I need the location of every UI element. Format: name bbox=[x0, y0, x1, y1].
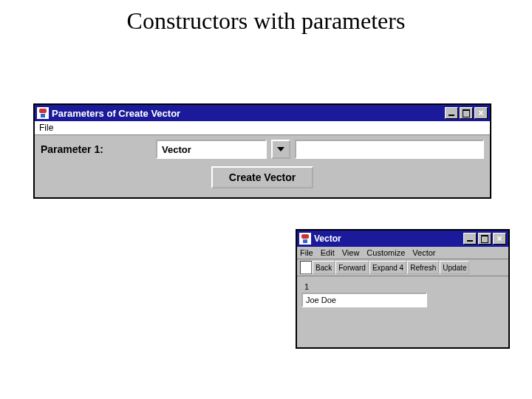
extra-input[interactable] bbox=[295, 140, 484, 159]
window-controls: × bbox=[463, 233, 506, 245]
java-app-icon bbox=[299, 233, 311, 245]
create-vector-button[interactable]: Create Vector bbox=[211, 166, 313, 188]
window-title: Parameters of Create Vector bbox=[52, 108, 180, 119]
minimize-button[interactable] bbox=[445, 107, 458, 119]
entry-input[interactable] bbox=[301, 293, 427, 307]
toolbar-icon-slot bbox=[300, 261, 312, 274]
minimize-button[interactable] bbox=[463, 233, 477, 245]
back-button[interactable]: Back bbox=[313, 261, 335, 274]
window-title: Vector bbox=[314, 233, 341, 244]
parameters-window: Parameters of Create Vector × File Param… bbox=[33, 103, 491, 199]
parameter-input[interactable] bbox=[156, 140, 267, 159]
menu-customize[interactable]: Customize bbox=[366, 248, 405, 257]
vector-window: Vector × File Edit View Customize Vector… bbox=[296, 229, 510, 349]
parameter-row: Parameter 1: bbox=[41, 140, 484, 159]
menu-edit[interactable]: Edit bbox=[321, 248, 335, 257]
menu-vector[interactable]: Vector bbox=[412, 248, 435, 257]
count-label: 1 bbox=[301, 281, 504, 293]
refresh-button[interactable]: Refresh bbox=[407, 261, 439, 274]
close-button[interactable]: × bbox=[474, 107, 488, 119]
menubar: File Edit View Customize Vector bbox=[297, 247, 508, 259]
window-body: Parameter 1: Create Vector bbox=[35, 135, 490, 197]
update-button[interactable]: Update bbox=[440, 261, 469, 274]
menu-file[interactable]: File bbox=[39, 123, 53, 133]
menu-view[interactable]: View bbox=[342, 248, 360, 257]
java-app-icon bbox=[37, 107, 49, 119]
window-footer bbox=[297, 312, 508, 347]
page-title: Constructors with parameters bbox=[0, 7, 532, 35]
window-body: 1 bbox=[297, 276, 508, 312]
maximize-button[interactable] bbox=[478, 233, 491, 245]
toolbar: Back Forward Expand 4 Refresh Update bbox=[297, 259, 508, 276]
menubar: File bbox=[35, 121, 490, 135]
expand-button[interactable]: Expand 4 bbox=[369, 261, 406, 274]
menu-file[interactable]: File bbox=[300, 248, 313, 257]
dropdown-button[interactable] bbox=[271, 140, 290, 159]
forward-button[interactable]: Forward bbox=[335, 261, 369, 274]
parameter-label: Parameter 1: bbox=[41, 143, 151, 155]
maximize-button[interactable] bbox=[460, 107, 473, 119]
window-controls: × bbox=[445, 107, 488, 119]
titlebar[interactable]: Parameters of Create Vector × bbox=[35, 105, 490, 121]
titlebar[interactable]: Vector × bbox=[297, 231, 508, 247]
close-button[interactable]: × bbox=[493, 233, 506, 245]
